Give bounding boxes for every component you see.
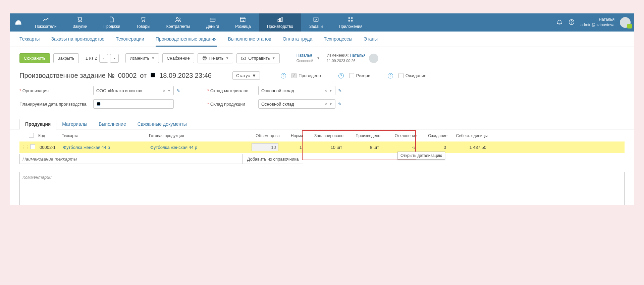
add-from-dict-button[interactable]: Добавить из справочника <box>243 154 303 164</box>
pager-prev[interactable]: ‹ <box>99 54 108 63</box>
edit-button[interactable]: Изменить▼ <box>125 53 159 63</box>
svg-point-2 <box>142 21 143 22</box>
supply-button[interactable]: Снабжение <box>162 53 194 63</box>
subnav-prod-orders[interactable]: Заказы на производство <box>51 36 104 47</box>
cell-product[interactable]: Футболка женская 44 р <box>149 145 243 150</box>
nav-sales[interactable]: Продажи <box>95 13 128 32</box>
cell-techcard[interactable]: Футболка женская 44 р <box>62 145 149 150</box>
table-row[interactable]: ⋮⋮ 00002-1 Футболка женская 44 р Футболк… <box>19 141 625 153</box>
caret-down-icon[interactable]: ▼ <box>329 89 332 93</box>
send-button[interactable]: Отправить▼ <box>236 53 279 63</box>
clear-icon[interactable]: × <box>325 102 327 107</box>
app-logo[interactable] <box>10 13 27 32</box>
clear-icon[interactable]: × <box>325 88 327 93</box>
caret-down-icon[interactable]: ▼ <box>167 89 171 93</box>
svg-point-3 <box>144 21 145 22</box>
posted-label: Проведено <box>299 73 321 78</box>
nav-label: Производство <box>267 24 293 29</box>
nav-contractors[interactable]: Контрагенты <box>158 13 198 32</box>
svg-point-11 <box>348 17 350 18</box>
th-code: Код <box>38 133 62 138</box>
pager-next[interactable]: › <box>110 54 119 63</box>
select-all-checkbox[interactable] <box>29 133 34 138</box>
user-block[interactable]: Наталья admin@nzinovieva <box>580 17 614 27</box>
cell-unitcost: 1 437,50 <box>447 145 488 150</box>
svg-point-12 <box>352 17 353 18</box>
clear-icon[interactable]: × <box>163 88 166 93</box>
nav-label: Деньги <box>206 24 219 29</box>
nav-production[interactable]: Производство <box>259 13 301 32</box>
svg-point-5 <box>179 18 180 19</box>
close-button[interactable]: Закрыть <box>53 53 79 63</box>
reserve-checkbox[interactable] <box>349 73 354 78</box>
subnav-techops[interactable]: Техоперации <box>116 36 144 47</box>
posted-checkbox[interactable] <box>291 73 297 78</box>
print-button[interactable]: Печать▼ <box>198 53 233 63</box>
drag-handle-icon[interactable]: ⋮⋮ <box>19 145 29 150</box>
subnav-techprocesses[interactable]: Техпроцессы <box>324 36 352 47</box>
pencil-icon[interactable]: ✎ <box>338 102 342 107</box>
comment-textarea[interactable]: Комментарий <box>19 172 625 205</box>
tab-related[interactable]: Связанные документы <box>132 119 193 129</box>
svg-rect-21 <box>151 73 155 77</box>
cell-deviation: -2 <box>380 145 417 150</box>
pencil-icon[interactable]: ✎ <box>176 88 180 93</box>
nav-purchases[interactable]: Закупки <box>65 13 96 32</box>
help-icon[interactable]: ? <box>388 73 393 78</box>
changes-avatar[interactable] <box>369 54 378 63</box>
tabs: Продукция Материалы Выполнение Связанные… <box>10 114 634 129</box>
caret-down-icon[interactable]: ▼ <box>329 102 332 106</box>
avatar[interactable] <box>620 17 631 28</box>
techcard-name-input[interactable] <box>19 154 243 164</box>
th-planned: Запланировано <box>303 133 343 138</box>
pencil-icon[interactable]: ✎ <box>338 88 342 93</box>
save-button[interactable]: Сохранить <box>19 53 50 63</box>
nav-label: Закупки <box>73 24 88 29</box>
waiting-checkbox[interactable] <box>398 73 404 78</box>
subnav-prod-tasks[interactable]: Производственные задания <box>156 36 217 47</box>
org-label: Организация <box>19 88 90 93</box>
doc-header: Производственное задание № 00002 от 18.0… <box>10 68 634 114</box>
subnav-stages[interactable]: Этапы <box>364 36 378 47</box>
caret-down-icon[interactable]: ▼ <box>317 56 320 60</box>
printer-icon <box>202 56 207 61</box>
nav-label: Продажи <box>103 24 120 29</box>
help-icon[interactable]: ? <box>281 73 286 78</box>
row-checkbox[interactable] <box>30 144 35 149</box>
subnav-payroll[interactable]: Оплата труда <box>283 36 313 47</box>
nav-apps[interactable]: Приложения <box>331 13 370 32</box>
status-dropdown[interactable]: Статус ▼ <box>232 71 260 80</box>
help-icon[interactable] <box>568 19 575 26</box>
plan-date-input[interactable] <box>93 99 174 109</box>
calendar-icon[interactable] <box>150 72 156 79</box>
svg-rect-22 <box>97 102 100 105</box>
owner-sub: Основной <box>297 59 313 63</box>
owner-link[interactable]: Наталья <box>297 53 312 58</box>
pager-label: 1 из 2 <box>86 56 97 61</box>
svg-rect-19 <box>204 59 206 60</box>
mat-store-input[interactable]: Основной склад × ▼ <box>258 86 335 95</box>
changes-link[interactable]: Наталья <box>350 53 366 58</box>
nav-retail[interactable]: Розница <box>227 13 259 32</box>
org-input[interactable]: ООО «Иголка и нитка» × ▼ <box>93 86 174 95</box>
svg-point-4 <box>176 17 178 19</box>
nav-goods[interactable]: Товары <box>128 13 158 32</box>
tab-products[interactable]: Продукция <box>19 119 56 129</box>
th-product: Готовая продукция <box>149 133 243 138</box>
nav-label: Розница <box>235 24 251 29</box>
bell-icon[interactable] <box>556 19 563 26</box>
volume-input[interactable] <box>252 143 278 151</box>
tab-execution[interactable]: Выполнение <box>93 119 131 129</box>
toolbar: Сохранить Закрыть 1 из 2 ‹ › Изменить▼ С… <box>10 47 634 68</box>
top-nav: Показатели Закупки Продажи Товары Контра… <box>10 13 634 32</box>
tab-materials[interactable]: Материалы <box>56 119 93 129</box>
subnav-techcards[interactable]: Техкарты <box>19 36 40 47</box>
prod-store-input[interactable]: Основной склад × ▼ <box>258 99 335 109</box>
nav-tasks[interactable]: Задачи <box>301 13 331 32</box>
subnav-stages-exec[interactable]: Выполнение этапов <box>228 36 271 47</box>
help-icon[interactable]: ? <box>338 73 344 78</box>
nav-money[interactable]: Деньги <box>198 13 227 32</box>
th-unitcost: Себест. единицы <box>447 133 488 138</box>
svg-rect-20 <box>241 57 246 60</box>
nav-indicators[interactable]: Показатели <box>27 13 65 32</box>
